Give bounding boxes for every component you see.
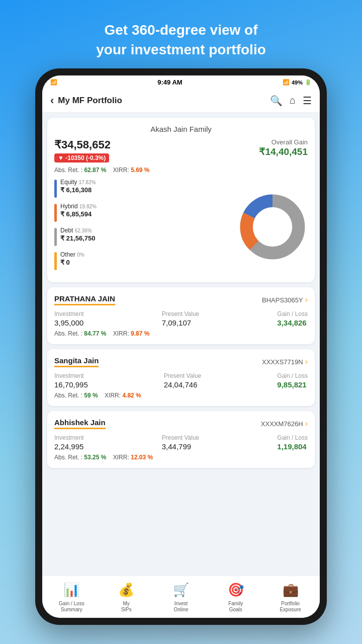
phone-frame: 📶 9:49 AM 📶 49% 🔋 ‹ My MF Portfolio 🔍 ⌂ …	[35, 68, 327, 625]
chevron-icon[interactable]: ›	[305, 357, 308, 366]
gain-loss-metric: Gain / Loss 9,85,821	[277, 372, 308, 389]
metrics-row: Investment 16,70,995 Present Value 24,04…	[54, 372, 308, 389]
legend-color	[54, 204, 57, 222]
abs-ret-row: Abs. Ret. : 62.87 % XIRR: 5.69 %	[54, 167, 308, 174]
person-name: Sangita Jain	[54, 356, 99, 367]
app-bar-icons: 🔍 ⌂ ☰	[270, 95, 312, 107]
nav-label-invest-online: InvestOnline	[174, 601, 189, 613]
nav-icon-gain-loss: 📊	[60, 580, 82, 599]
chevron-icon[interactable]: ›	[305, 419, 308, 428]
donut-chart	[237, 192, 308, 262]
legend-item: Debt 62.36% ₹ 21,56,750	[54, 227, 237, 246]
nav-item-invest-online[interactable]: 🛒 InvestOnline	[154, 580, 209, 613]
portfolio-left: ₹34,58,652 ▼ -10350 (-0.3%)	[54, 138, 181, 163]
present-value-metric: Present Value 7,09,107	[162, 310, 200, 327]
status-time: 9:49 AM	[157, 78, 182, 86]
tagline-line1: Get 360-degree view of	[96, 20, 266, 40]
nav-icon-invest-online: 🛒	[170, 580, 192, 599]
tagline-line2: your investment portfolio	[96, 40, 266, 59]
app-bar: ‹ My MF Portfolio 🔍 ⌂ ☰	[42, 89, 320, 113]
nav-label-family-goals: FamilyGoals	[228, 601, 243, 613]
person-abs-ret: Abs. Ret. : 53.25 % XIRR: 12.03 %	[54, 454, 308, 461]
person-card[interactable]: PRATHANA JAIN BHAPS3065Y › Investment 3,…	[47, 287, 315, 344]
person-header: Sangita Jain XXXXS7719N ›	[54, 356, 308, 367]
phone-screen: 📶 9:49 AM 📶 49% 🔋 ‹ My MF Portfolio 🔍 ⌂ …	[42, 75, 320, 618]
status-battery: 📶 49% 🔋	[283, 79, 312, 86]
nav-label-my-sips: MySIPs	[121, 601, 132, 613]
legend-color	[54, 228, 57, 246]
main-content: Akash Jain Family ₹34,58,652 ▼ -10350 (-…	[42, 113, 320, 576]
portfolio-summary-card: Akash Jain Family ₹34,58,652 ▼ -10350 (-…	[47, 118, 315, 282]
chevron-icon[interactable]: ›	[305, 295, 308, 304]
bottom-nav: 📊 Gain / LossSummary 💰 MySIPs 🛒 InvestOn…	[42, 576, 320, 618]
total-value: ₹34,58,652	[54, 138, 181, 151]
nav-label-portfolio-exposure: PortfolioExposure	[280, 601, 301, 613]
change-badge: ▼ -10350 (-0.3%)	[54, 153, 109, 163]
back-button[interactable]: ‹	[50, 94, 54, 107]
nav-label-gain-loss: Gain / LossSummary	[59, 601, 84, 613]
nav-item-family-goals[interactable]: 🎯 FamilyGoals	[208, 580, 263, 613]
portfolio-top: ₹34,58,652 ▼ -10350 (-0.3%) Overall Gain…	[54, 138, 308, 163]
person-abs-ret: Abs. Ret. : 59 % XIRR: 4.82 %	[54, 392, 308, 399]
person-card[interactable]: Abhishek Jain XXXXM7626H › Investment 2,…	[47, 411, 315, 468]
search-icon[interactable]: 🔍	[270, 95, 283, 107]
overall-gain-label: Overall Gain	[181, 138, 308, 146]
home-icon[interactable]: ⌂	[290, 95, 296, 107]
status-bar: 📶 9:49 AM 📶 49% 🔋	[42, 75, 320, 89]
svg-point-3	[253, 207, 292, 247]
investment-metric: Investment 2,24,995	[54, 434, 84, 451]
legend-color	[54, 252, 57, 270]
person-header: Abhishek Jain XXXXM7626H ›	[54, 418, 308, 429]
present-value-metric: Present Value 3,44,799	[162, 434, 200, 451]
legend-color	[54, 180, 57, 198]
legend-item: Hybrid 19.82% ₹ 6,85,594	[54, 203, 237, 222]
person-id: XXXXM7626H ›	[261, 419, 308, 428]
chart-legend: Equity 17.82% ₹ 6,16,308 Hybrid 19.82% ₹…	[54, 179, 237, 275]
status-wifi: 📶	[50, 79, 57, 86]
legend-item: Other 0% ₹ 0	[54, 251, 237, 270]
family-name: Akash Jain Family	[54, 125, 308, 133]
overall-gain-value: ₹14,40,451	[181, 146, 308, 157]
nav-icon-my-sips: 💰	[115, 580, 137, 599]
investment-metric: Investment 16,70,995	[54, 372, 88, 389]
person-name: PRATHANA JAIN	[54, 294, 115, 305]
chart-section: Equity 17.82% ₹ 6,16,308 Hybrid 19.82% ₹…	[54, 179, 308, 275]
nav-item-gain-loss[interactable]: 📊 Gain / LossSummary	[44, 580, 99, 613]
person-header: PRATHANA JAIN BHAPS3065Y ›	[54, 294, 308, 305]
present-value-metric: Present Value 24,04,746	[164, 372, 202, 389]
person-id: XXXXS7719N ›	[262, 357, 308, 366]
nav-icon-portfolio-exposure: 💼	[280, 580, 302, 599]
gain-loss-metric: Gain / Loss 3,34,826	[277, 310, 308, 327]
menu-icon[interactable]: ☰	[303, 95, 312, 107]
legend-item: Equity 17.82% ₹ 6,16,308	[54, 179, 237, 198]
tagline: Get 360-degree view of your investment p…	[96, 20, 266, 59]
person-id: BHAPS3065Y ›	[262, 295, 308, 304]
person-name: Abhishek Jain	[54, 418, 106, 429]
person-card[interactable]: Sangita Jain XXXXS7719N › Investment 16,…	[47, 349, 315, 406]
nav-icon-family-goals: 🎯	[225, 580, 247, 599]
metrics-row: Investment 2,24,995 Present Value 3,44,7…	[54, 434, 308, 451]
metrics-row: Investment 3,95,000 Present Value 7,09,1…	[54, 310, 308, 327]
gain-loss-metric: Gain / Loss 1,19,804	[277, 434, 308, 451]
investment-metric: Investment 3,95,000	[54, 310, 84, 327]
nav-item-portfolio-exposure[interactable]: 💼 PortfolioExposure	[263, 580, 318, 613]
overall-gain-section: Overall Gain ₹14,40,451	[181, 138, 308, 157]
page-title: My MF Portfolio	[58, 96, 270, 106]
nav-item-my-sips[interactable]: 💰 MySIPs	[99, 580, 154, 613]
person-abs-ret: Abs. Ret. : 84.77 % XIRR: 9.87 %	[54, 330, 308, 337]
persons-list: PRATHANA JAIN BHAPS3065Y › Investment 3,…	[42, 287, 320, 468]
